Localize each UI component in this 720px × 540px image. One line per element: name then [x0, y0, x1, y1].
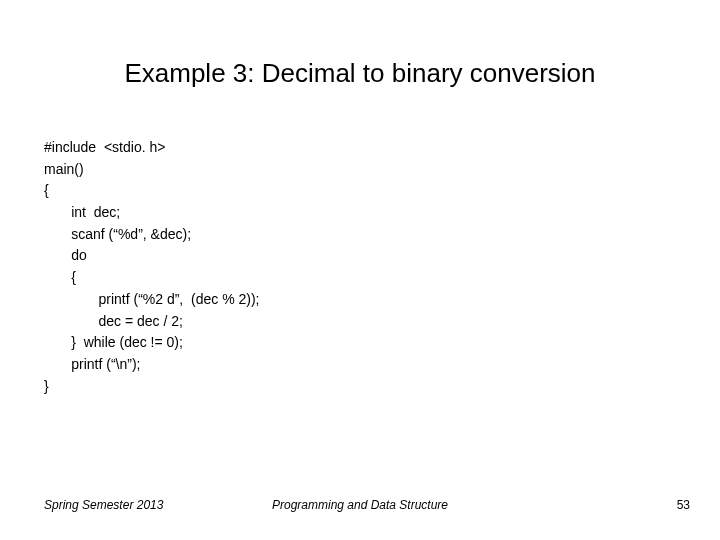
footer-page-number: 53	[677, 498, 690, 512]
code-line: {	[44, 267, 720, 289]
code-line: int dec;	[44, 202, 720, 224]
code-line: dec = dec / 2;	[44, 311, 720, 333]
code-line: printf (“\n”);	[44, 354, 720, 376]
footer: Spring Semester 2013 Programming and Dat…	[0, 498, 720, 516]
code-line: do	[44, 245, 720, 267]
code-line: scanf (“%d”, &dec);	[44, 224, 720, 246]
code-line: main()	[44, 159, 720, 181]
code-block: #include <stdio. h> main() { int dec; sc…	[44, 137, 720, 397]
slide-title: Example 3: Decimal to binary conversion	[0, 58, 720, 89]
code-line: }	[44, 376, 720, 398]
code-line: {	[44, 180, 720, 202]
code-line: #include <stdio. h>	[44, 137, 720, 159]
code-line: } while (dec != 0);	[44, 332, 720, 354]
code-line: printf (“%2 d”, (dec % 2));	[44, 289, 720, 311]
footer-center: Programming and Data Structure	[0, 498, 720, 512]
